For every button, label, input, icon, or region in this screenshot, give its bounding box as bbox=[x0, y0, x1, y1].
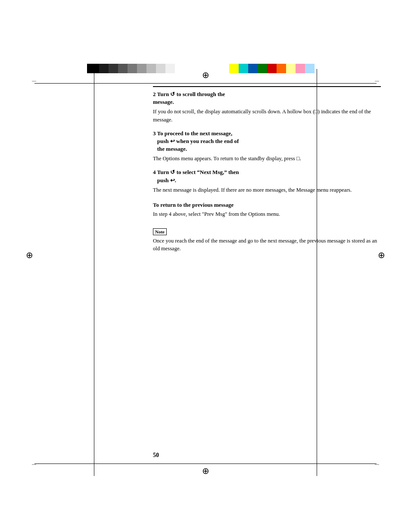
push-icon-1: ↩ bbox=[170, 138, 175, 144]
note-block: Note Once you reach the end of the messa… bbox=[153, 224, 381, 252]
swatch-red bbox=[267, 64, 277, 73]
subsection-body: In step 4 above, select "Prev Msg" from … bbox=[153, 210, 381, 218]
step-3-block: 3 To proceed to the next message, push ↩… bbox=[153, 130, 381, 163]
swatch-lightyellow bbox=[286, 64, 296, 73]
step-4-header-end: . bbox=[175, 177, 176, 184]
step-2-number: 2 Turn bbox=[153, 91, 170, 97]
swatch-cyan bbox=[239, 64, 248, 73]
crosshair-bottom-center: ⊕ bbox=[202, 466, 209, 476]
reg-line-left bbox=[94, 69, 94, 476]
swatch-darkgray2 bbox=[109, 64, 118, 73]
corner-mark-tr: — bbox=[375, 78, 379, 83]
swatch-darkgray1 bbox=[99, 64, 109, 73]
swatch-gray1 bbox=[118, 64, 128, 73]
corner-mark-br: — bbox=[375, 462, 379, 467]
step-4-block: 4 Turn ↺ to select “Next Msg,” then push… bbox=[153, 168, 381, 194]
page-line-bottom bbox=[34, 464, 377, 464]
step-4-number: 4 Turn bbox=[153, 169, 170, 175]
step-4-body: The next message is displayed. If there … bbox=[153, 186, 381, 194]
corner-mark-tl: — bbox=[32, 78, 36, 83]
swatch-lightblue bbox=[305, 64, 314, 73]
swatch-lightgray1 bbox=[146, 64, 156, 73]
swatch-black bbox=[87, 64, 99, 73]
swatch-yellow bbox=[229, 64, 239, 73]
crosshair-top-center: ⊕ bbox=[202, 70, 209, 80]
swatch-gray2 bbox=[128, 64, 137, 73]
subsection-header: To return to the previous message bbox=[153, 202, 381, 208]
scroll-icon-1: ↺ bbox=[170, 91, 175, 97]
step-2-body: If you do not scroll, the display automa… bbox=[153, 108, 381, 123]
page-line-top bbox=[34, 83, 377, 84]
step-4-header: 4 Turn ↺ to select “Next Msg,” then push… bbox=[153, 168, 381, 184]
main-content: 2 Turn ↺ to scroll through themessage. I… bbox=[153, 90, 381, 446]
content-rule bbox=[153, 86, 381, 87]
swatch-blue bbox=[248, 64, 258, 73]
note-body: Once you reach the end of the message an… bbox=[153, 237, 381, 252]
swatch-gray3 bbox=[137, 64, 146, 73]
color-bar-left bbox=[87, 64, 182, 73]
scroll-icon-2: ↺ bbox=[170, 169, 175, 175]
swatch-orange bbox=[277, 64, 286, 73]
color-bar-right bbox=[229, 64, 324, 73]
note-label: Note bbox=[153, 228, 167, 235]
step-2-block: 2 Turn ↺ to scroll through themessage. I… bbox=[153, 90, 381, 124]
page-number: 50 bbox=[153, 452, 159, 459]
swatch-green bbox=[258, 64, 267, 73]
push-icon-2: ↩ bbox=[170, 177, 175, 184]
swatch-lightgray2 bbox=[156, 64, 165, 73]
swatch-white bbox=[165, 64, 175, 73]
corner-mark-bl: — bbox=[32, 462, 36, 467]
step-2-header: 2 Turn ↺ to scroll through themessage. bbox=[153, 90, 381, 106]
step-3-body: The Options menu appears. To return to t… bbox=[153, 155, 381, 162]
crosshair-mid-left: ⊕ bbox=[26, 250, 33, 260]
swatch-pink bbox=[296, 64, 305, 73]
step-3-header: 3 To proceed to the next message, push ↩… bbox=[153, 130, 381, 153]
subsection-block: To return to the previous message In ste… bbox=[153, 202, 381, 218]
